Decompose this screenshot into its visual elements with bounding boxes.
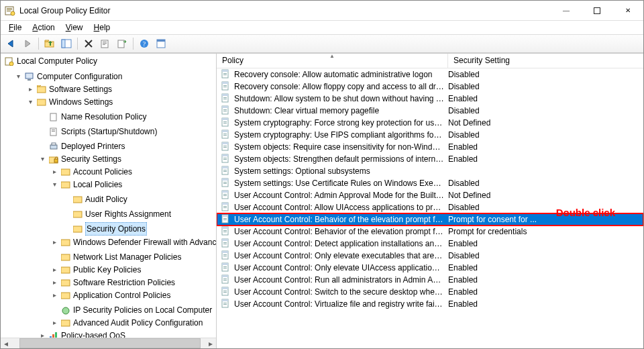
expand-icon[interactable]: ▸ xyxy=(50,166,58,178)
list-row[interactable]: User Account Control: Behavior of the el… xyxy=(217,213,643,226)
tree-item-scripts[interactable]: Scripts (Startup/Shutdown) xyxy=(37,126,158,138)
svg-rect-63 xyxy=(223,111,227,111)
svg-rect-1 xyxy=(7,8,12,9)
tree-item-nlmp[interactable]: Network List Manager Policies xyxy=(49,251,182,263)
tree-item-audit-policy[interactable]: Audit Policy xyxy=(61,193,129,205)
tree-item-srp[interactable]: ▸Software Restriction Policies xyxy=(49,277,176,289)
menu-view[interactable]: View xyxy=(62,23,87,32)
expand-icon[interactable]: ▾ xyxy=(14,70,22,83)
tree-item-security-settings[interactable]: ▾Security Settings xyxy=(37,153,123,165)
list-row[interactable]: User Account Control: Only elevate UIAcc… xyxy=(217,262,643,274)
list-row[interactable]: User Account Control: Behavior of the el… xyxy=(217,226,643,238)
expand-icon[interactable]: ▸ xyxy=(50,317,58,329)
svg-rect-34 xyxy=(73,197,82,203)
svg-rect-27 xyxy=(52,131,55,132)
policy-name: User Account Control: Allow UIAccess app… xyxy=(234,203,448,212)
expand-icon[interactable]: ▸ xyxy=(26,83,34,95)
policy-icon xyxy=(221,105,231,116)
column-header-setting[interactable]: Security Setting xyxy=(448,54,643,68)
tree-item-printers[interactable]: Deployed Printers xyxy=(37,140,126,152)
export-button[interactable] xyxy=(115,36,129,51)
list-row[interactable]: User Account Control: Detect application… xyxy=(217,238,643,250)
forward-button[interactable] xyxy=(20,36,35,51)
list-row[interactable]: Shutdown: Allow system to be shut down w… xyxy=(217,93,643,105)
expand-icon[interactable]: ▾ xyxy=(38,153,46,165)
back-button[interactable] xyxy=(3,36,18,51)
svg-rect-126 xyxy=(223,303,227,303)
tree-root-row[interactable]: Local Computer Policy xyxy=(1,54,216,68)
tree-item-account-policies[interactable]: ▸Account Policies xyxy=(49,166,133,178)
tree-item-windows-settings[interactable]: ▾Windows Settings xyxy=(25,96,114,108)
tree-item-security-options[interactable]: Security Options xyxy=(61,222,148,236)
scroll-right-icon[interactable]: ▸ xyxy=(205,338,216,348)
tree-pane: Local Computer Policy ▾Computer Configur… xyxy=(1,54,217,348)
list-row[interactable]: System objects: Require case insensitivi… xyxy=(217,141,643,153)
svg-rect-65 xyxy=(222,118,228,120)
policy-name: User Account Control: Behavior of the el… xyxy=(234,215,448,224)
minimize-button[interactable]: — xyxy=(551,1,582,20)
policy-setting: Prompt for credentials xyxy=(448,227,643,236)
tree-item-software-settings[interactable]: ▸Software Settings xyxy=(25,83,113,95)
tree-item-name-resolution[interactable]: Name Resolution Policy xyxy=(37,111,148,123)
svg-rect-35 xyxy=(73,211,82,217)
list-row[interactable]: Recovery console: Allow floppy copy and … xyxy=(217,81,643,93)
tree-item-pkp[interactable]: ▸Public Key Policies xyxy=(49,264,142,276)
svg-rect-22 xyxy=(37,87,46,93)
maximize-button[interactable] xyxy=(582,1,612,20)
close-button[interactable]: ✕ xyxy=(612,1,643,20)
list-row[interactable]: User Account Control: Switch to the secu… xyxy=(217,286,643,298)
folder-icon xyxy=(61,279,70,287)
tree-item-wdf[interactable]: ▸Windows Defender Firewall with Advanced… xyxy=(49,236,216,248)
scroll-thumb[interactable] xyxy=(19,338,201,348)
menu-action[interactable]: Action xyxy=(28,23,58,32)
help-button[interactable]: ? xyxy=(137,36,152,51)
menu-file[interactable]: File xyxy=(5,23,25,32)
list-row[interactable]: Shutdown: Clear virtual memory pagefileD… xyxy=(217,105,643,117)
list-row[interactable]: System objects: Strengthen default permi… xyxy=(217,153,643,165)
tree-item-ipsec[interactable]: IP Security Policies on Local Computer xyxy=(49,304,213,316)
filter-button[interactable] xyxy=(154,36,168,51)
delete-button[interactable] xyxy=(81,36,96,51)
list-row[interactable]: System settings: Optional subsystems xyxy=(217,165,643,177)
list-row[interactable]: System cryptography: Force strong key pr… xyxy=(217,117,643,129)
up-folder-button[interactable] xyxy=(42,36,57,51)
tree-item-local-policies[interactable]: ▾Local Policies xyxy=(49,179,123,191)
properties-button[interactable] xyxy=(98,36,113,51)
expand-icon[interactable]: ▸ xyxy=(50,289,58,301)
list-row[interactable]: User Account Control: Run all administra… xyxy=(217,274,643,286)
folder-icon xyxy=(61,168,70,176)
list-row[interactable]: User Account Control: Admin Approval Mod… xyxy=(217,189,643,201)
expand-icon[interactable]: ▸ xyxy=(50,277,58,289)
policy-icon xyxy=(221,81,231,92)
list-row[interactable]: Recovery console: Allow automatic admini… xyxy=(217,68,643,81)
list-row[interactable]: User Account Control: Virtualize file an… xyxy=(217,298,643,310)
policy-setting: Enabled xyxy=(448,263,643,272)
expand-icon[interactable]: ▾ xyxy=(26,96,34,108)
list-row[interactable]: System cryptography: Use FIPS compliant … xyxy=(217,129,643,141)
svg-rect-62 xyxy=(223,109,227,110)
svg-rect-111 xyxy=(223,256,227,256)
list-row[interactable]: User Account Control: Allow UIAccess app… xyxy=(217,201,643,213)
menu-help[interactable]: Help xyxy=(90,23,115,32)
policy-setting: Enabled xyxy=(448,299,643,309)
expand-icon[interactable]: ▸ xyxy=(50,236,58,248)
expand-icon[interactable]: ▾ xyxy=(50,179,58,191)
policy-icon xyxy=(221,226,231,237)
svg-rect-77 xyxy=(222,154,228,156)
scroll-left-icon[interactable]: ◂ xyxy=(1,338,11,348)
list-row[interactable]: System settings: Use Certificate Rules o… xyxy=(217,177,643,189)
policy-icon xyxy=(221,93,231,104)
tree-item-aap[interactable]: ▸Advanced Audit Policy Configuration xyxy=(49,317,204,329)
show-hide-tree-button[interactable] xyxy=(59,36,74,51)
expand-icon[interactable]: ▸ xyxy=(50,264,58,276)
svg-rect-110 xyxy=(223,254,227,255)
tree-item-user-rights[interactable]: User Rights Assignment xyxy=(61,208,172,220)
list-body[interactable]: Recovery console: Allow automatic admini… xyxy=(217,68,643,348)
tree-horizontal-scrollbar[interactable]: ◂ ▸ xyxy=(1,338,216,348)
policy-name: System settings: Use Certificate Rules o… xyxy=(234,179,448,188)
tree-item-computer-config[interactable]: ▾Computer Configuration xyxy=(13,70,123,83)
column-header-policy[interactable]: ▲Policy xyxy=(217,54,448,68)
tree[interactable]: ▾Computer Configuration ▸Software Settin… xyxy=(1,68,216,348)
tree-item-acp[interactable]: ▸Application Control Policies xyxy=(49,289,172,301)
list-row[interactable]: User Account Control: Only elevate execu… xyxy=(217,250,643,262)
